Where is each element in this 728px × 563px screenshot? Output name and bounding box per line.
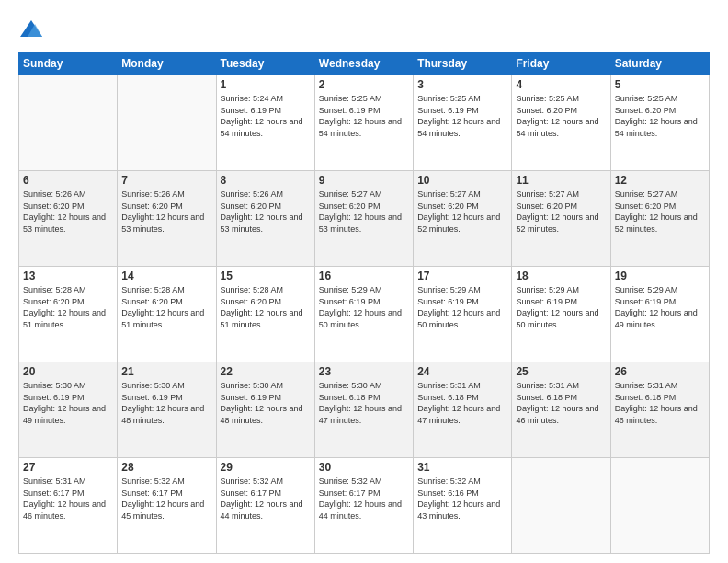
day-number: 14 <box>121 270 211 282</box>
cell-info: Sunrise: 5:26 AM Sunset: 6:20 PM Dayligh… <box>221 189 311 235</box>
cell-info: Sunrise: 5:28 AM Sunset: 6:20 PM Dayligh… <box>121 284 211 330</box>
calendar-week-row: 27Sunrise: 5:31 AM Sunset: 6:17 PM Dayli… <box>19 458 710 554</box>
cell-info: Sunrise: 5:32 AM Sunset: 6:17 PM Dayligh… <box>319 476 409 522</box>
day-number: 8 <box>221 174 311 187</box>
cell-info: Sunrise: 5:25 AM Sunset: 6:19 PM Dayligh… <box>319 93 409 139</box>
weekday-header-sunday: Sunday <box>19 52 118 75</box>
weekday-header-tuesday: Tuesday <box>216 52 314 75</box>
calendar-cell: 24Sunrise: 5:31 AM Sunset: 6:18 PM Dayli… <box>414 362 512 458</box>
calendar-cell: 17Sunrise: 5:29 AM Sunset: 6:19 PM Dayli… <box>414 267 512 362</box>
day-number: 1 <box>221 78 311 91</box>
day-number: 19 <box>615 270 705 282</box>
day-number: 13 <box>23 270 113 282</box>
day-number: 23 <box>319 365 409 378</box>
day-number: 3 <box>417 78 507 91</box>
weekday-header-wednesday: Wednesday <box>314 52 413 75</box>
day-number: 21 <box>121 365 211 378</box>
cell-info: Sunrise: 5:32 AM Sunset: 6:16 PM Dayligh… <box>417 476 507 522</box>
cell-info: Sunrise: 5:27 AM Sunset: 6:20 PM Dayligh… <box>516 189 606 235</box>
day-number: 30 <box>319 461 409 474</box>
calendar-cell: 29Sunrise: 5:32 AM Sunset: 6:17 PM Dayli… <box>216 458 314 554</box>
cell-info: Sunrise: 5:31 AM Sunset: 6:18 PM Dayligh… <box>615 380 705 426</box>
calendar-week-row: 1Sunrise: 5:24 AM Sunset: 6:19 PM Daylig… <box>19 75 710 171</box>
cell-info: Sunrise: 5:29 AM Sunset: 6:19 PM Dayligh… <box>319 284 409 330</box>
calendar-week-row: 20Sunrise: 5:30 AM Sunset: 6:19 PM Dayli… <box>19 362 710 458</box>
cell-info: Sunrise: 5:25 AM Sunset: 6:20 PM Dayligh… <box>516 93 606 139</box>
calendar-cell: 18Sunrise: 5:29 AM Sunset: 6:19 PM Dayli… <box>512 267 610 362</box>
weekday-header-thursday: Thursday <box>414 52 512 75</box>
day-number: 20 <box>23 365 113 378</box>
calendar-cell: 22Sunrise: 5:30 AM Sunset: 6:19 PM Dayli… <box>216 362 314 458</box>
cell-info: Sunrise: 5:26 AM Sunset: 6:20 PM Dayligh… <box>23 189 113 235</box>
cell-info: Sunrise: 5:26 AM Sunset: 6:20 PM Dayligh… <box>121 189 211 235</box>
weekday-header-monday: Monday <box>118 52 216 75</box>
cell-info: Sunrise: 5:25 AM Sunset: 6:20 PM Dayligh… <box>615 93 705 139</box>
day-number: 15 <box>221 270 311 282</box>
cell-info: Sunrise: 5:30 AM Sunset: 6:19 PM Dayligh… <box>121 380 211 426</box>
day-number: 4 <box>516 78 606 91</box>
calendar-cell: 26Sunrise: 5:31 AM Sunset: 6:18 PM Dayli… <box>610 362 709 458</box>
calendar-cell: 28Sunrise: 5:32 AM Sunset: 6:17 PM Dayli… <box>118 458 216 554</box>
day-number: 12 <box>615 174 705 187</box>
cell-info: Sunrise: 5:31 AM Sunset: 6:18 PM Dayligh… <box>417 380 507 426</box>
weekday-header-row: SundayMondayTuesdayWednesdayThursdayFrid… <box>19 52 710 75</box>
page: SundayMondayTuesdayWednesdayThursdayFrid… <box>0 0 728 563</box>
cell-info: Sunrise: 5:30 AM Sunset: 6:19 PM Dayligh… <box>23 380 113 426</box>
calendar-week-row: 6Sunrise: 5:26 AM Sunset: 6:20 PM Daylig… <box>19 171 710 267</box>
calendar-cell: 10Sunrise: 5:27 AM Sunset: 6:20 PM Dayli… <box>414 171 512 267</box>
calendar-cell: 5Sunrise: 5:25 AM Sunset: 6:20 PM Daylig… <box>610 75 709 171</box>
calendar-cell: 14Sunrise: 5:28 AM Sunset: 6:20 PM Dayli… <box>118 267 216 362</box>
day-number: 22 <box>221 365 311 378</box>
day-number: 25 <box>516 365 606 378</box>
day-number: 29 <box>221 461 311 474</box>
day-number: 11 <box>516 174 606 187</box>
day-number: 2 <box>319 78 409 91</box>
calendar-cell <box>19 75 118 171</box>
logo <box>18 17 48 42</box>
calendar-cell: 9Sunrise: 5:27 AM Sunset: 6:20 PM Daylig… <box>314 171 413 267</box>
logo-icon <box>18 17 44 42</box>
cell-info: Sunrise: 5:32 AM Sunset: 6:17 PM Dayligh… <box>221 476 311 522</box>
weekday-header-saturday: Saturday <box>610 52 709 75</box>
day-number: 7 <box>121 174 211 187</box>
calendar-cell: 4Sunrise: 5:25 AM Sunset: 6:20 PM Daylig… <box>512 75 610 171</box>
cell-info: Sunrise: 5:32 AM Sunset: 6:17 PM Dayligh… <box>121 476 211 522</box>
cell-info: Sunrise: 5:27 AM Sunset: 6:20 PM Dayligh… <box>417 189 507 235</box>
calendar-cell: 25Sunrise: 5:31 AM Sunset: 6:18 PM Dayli… <box>512 362 610 458</box>
calendar-cell: 30Sunrise: 5:32 AM Sunset: 6:17 PM Dayli… <box>314 458 413 554</box>
day-number: 17 <box>417 270 507 282</box>
calendar-cell: 6Sunrise: 5:26 AM Sunset: 6:20 PM Daylig… <box>19 171 118 267</box>
calendar-cell: 11Sunrise: 5:27 AM Sunset: 6:20 PM Dayli… <box>512 171 610 267</box>
day-number: 27 <box>23 461 113 474</box>
calendar-cell: 7Sunrise: 5:26 AM Sunset: 6:20 PM Daylig… <box>118 171 216 267</box>
calendar-cell: 3Sunrise: 5:25 AM Sunset: 6:19 PM Daylig… <box>414 75 512 171</box>
calendar-cell <box>610 458 709 554</box>
cell-info: Sunrise: 5:29 AM Sunset: 6:19 PM Dayligh… <box>615 284 705 330</box>
header <box>18 17 710 42</box>
day-number: 10 <box>417 174 507 187</box>
day-number: 18 <box>516 270 606 282</box>
cell-info: Sunrise: 5:27 AM Sunset: 6:20 PM Dayligh… <box>615 189 705 235</box>
weekday-header-friday: Friday <box>512 52 610 75</box>
calendar-cell: 27Sunrise: 5:31 AM Sunset: 6:17 PM Dayli… <box>19 458 118 554</box>
cell-info: Sunrise: 5:31 AM Sunset: 6:18 PM Dayligh… <box>516 380 606 426</box>
calendar-cell: 8Sunrise: 5:26 AM Sunset: 6:20 PM Daylig… <box>216 171 314 267</box>
cell-info: Sunrise: 5:30 AM Sunset: 6:19 PM Dayligh… <box>221 380 311 426</box>
calendar-cell: 20Sunrise: 5:30 AM Sunset: 6:19 PM Dayli… <box>19 362 118 458</box>
day-number: 28 <box>121 461 211 474</box>
day-number: 5 <box>615 78 705 91</box>
calendar-cell: 31Sunrise: 5:32 AM Sunset: 6:16 PM Dayli… <box>414 458 512 554</box>
day-number: 24 <box>417 365 507 378</box>
cell-info: Sunrise: 5:29 AM Sunset: 6:19 PM Dayligh… <box>417 284 507 330</box>
cell-info: Sunrise: 5:24 AM Sunset: 6:19 PM Dayligh… <box>221 93 311 139</box>
day-number: 31 <box>417 461 507 474</box>
day-number: 26 <box>615 365 705 378</box>
day-number: 6 <box>23 174 113 187</box>
cell-info: Sunrise: 5:27 AM Sunset: 6:20 PM Dayligh… <box>319 189 409 235</box>
cell-info: Sunrise: 5:31 AM Sunset: 6:17 PM Dayligh… <box>23 476 113 522</box>
calendar-cell: 1Sunrise: 5:24 AM Sunset: 6:19 PM Daylig… <box>216 75 314 171</box>
cell-info: Sunrise: 5:30 AM Sunset: 6:18 PM Dayligh… <box>319 380 409 426</box>
cell-info: Sunrise: 5:25 AM Sunset: 6:19 PM Dayligh… <box>417 93 507 139</box>
calendar-cell: 23Sunrise: 5:30 AM Sunset: 6:18 PM Dayli… <box>314 362 413 458</box>
calendar-cell: 12Sunrise: 5:27 AM Sunset: 6:20 PM Dayli… <box>610 171 709 267</box>
